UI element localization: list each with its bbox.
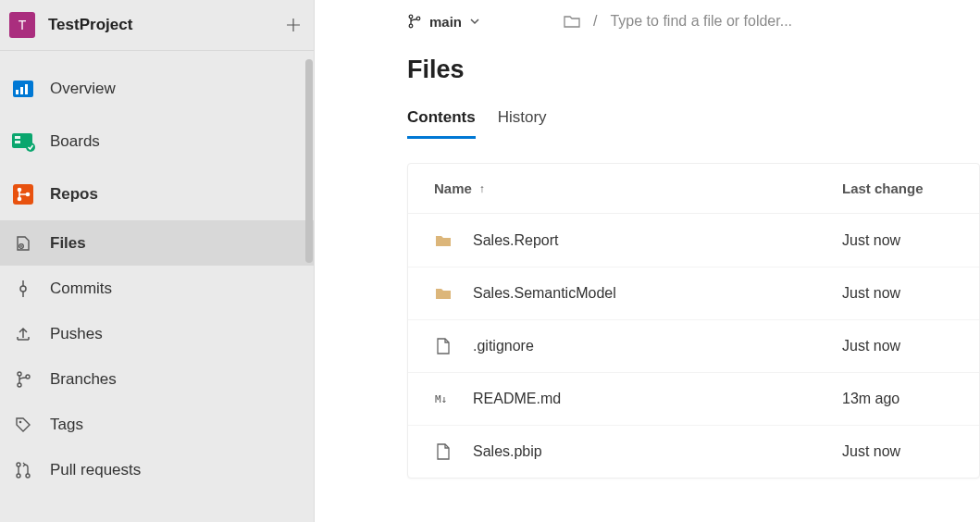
column-name-label: Name (434, 180, 472, 196)
svg-point-16 (18, 383, 21, 387)
main-content: main / Files Contents History Name ↑ Las… (315, 0, 980, 522)
last-change: 13m ago (842, 391, 953, 407)
svg-point-23 (409, 24, 413, 28)
branches-icon (13, 369, 33, 390)
svg-point-11 (26, 192, 31, 196)
nav-item-commits[interactable]: Commits (0, 266, 314, 311)
project-header: T TestProject (0, 0, 314, 51)
folder-icon (434, 284, 453, 303)
breadcrumb: / (564, 13, 887, 30)
nav-label: Pull requests (50, 461, 141, 479)
sidebar-scrollbar[interactable] (304, 52, 314, 522)
tab-contents[interactable]: Contents (407, 108, 476, 139)
nav-item-branches[interactable]: Branches (0, 356, 314, 402)
svg-point-14 (20, 286, 26, 292)
nav-item-files[interactable]: Files (0, 220, 314, 266)
path-search-input[interactable] (610, 13, 887, 30)
file-icon (434, 442, 453, 461)
pushes-icon (13, 324, 33, 344)
chevron-down-icon (469, 16, 480, 27)
svg-point-7 (26, 143, 35, 152)
table-row[interactable]: M↓README.md13m ago (408, 372, 979, 425)
table-row[interactable]: Sales.pbipJust now (408, 425, 979, 478)
topbar: main / (315, 0, 980, 30)
file-table: Name ↑ Last change Sales.ReportJust nowS… (407, 163, 980, 478)
project-name[interactable]: TestProject (48, 16, 282, 34)
nav-label: Commits (50, 280, 112, 298)
svg-rect-6 (15, 141, 20, 143)
last-change: Just now (842, 338, 953, 354)
branch-icon (407, 14, 422, 29)
sidebar: T TestProject Overview Boards Repos (0, 0, 315, 522)
file-name: Sales.Report (473, 232, 559, 249)
boards-icon (9, 128, 37, 155)
svg-point-24 (416, 17, 420, 20)
nav-label: Overview (50, 80, 116, 98)
repos-icon (9, 180, 37, 208)
svg-point-18 (19, 420, 22, 423)
sort-ascending-icon: ↑ (479, 182, 485, 195)
file-name: Sales.SemanticModel (473, 285, 616, 302)
svg-rect-5 (15, 136, 20, 139)
nav-label: Branches (50, 370, 117, 389)
nav-item-boards[interactable]: Boards (0, 115, 314, 168)
tabs: Contents History (407, 108, 980, 139)
column-name-header[interactable]: Name ↑ (434, 180, 842, 196)
last-change: Just now (842, 232, 953, 249)
svg-point-21 (26, 474, 30, 478)
nav-label: Boards (50, 132, 100, 151)
folder-icon (434, 231, 453, 250)
pull-requests-icon (13, 460, 33, 480)
file-name: Sales.pbip (473, 443, 542, 460)
table-row[interactable]: .gitignoreJust now (408, 319, 979, 372)
table-row[interactable]: Sales.ReportJust now (408, 214, 979, 267)
file-name: .gitignore (473, 338, 534, 354)
svg-point-9 (18, 187, 22, 192)
files-icon (13, 233, 33, 254)
nav-item-pull-requests[interactable]: Pull requests (0, 447, 314, 492)
svg-text:M↓: M↓ (435, 393, 447, 405)
commits-icon (13, 279, 33, 299)
breadcrumb-separator: / (593, 13, 597, 30)
nav-item-repos[interactable]: Repos (0, 168, 314, 220)
file-name: README.md (473, 391, 561, 407)
svg-rect-3 (25, 84, 28, 94)
branch-name: main (429, 14, 462, 30)
folder-root-icon[interactable] (564, 14, 580, 29)
overview-icon (9, 75, 37, 103)
page-title: Files (407, 56, 980, 84)
markdown-icon: M↓ (434, 390, 453, 408)
svg-point-15 (18, 372, 21, 376)
add-project-button[interactable] (282, 14, 304, 36)
nav-item-overview[interactable]: Overview (0, 62, 314, 115)
svg-rect-1 (16, 90, 19, 94)
svg-point-17 (26, 375, 30, 379)
svg-point-19 (17, 463, 20, 466)
tags-icon (13, 415, 33, 435)
table-header: Name ↑ Last change (408, 164, 979, 214)
nav-label: Tags (50, 416, 83, 434)
nav-item-tags[interactable]: Tags (0, 402, 314, 447)
nav-section: Overview Boards Repos Files Commits (0, 51, 314, 492)
file-icon (434, 337, 453, 355)
plus-icon (287, 19, 300, 31)
nav-label: Repos (50, 185, 98, 204)
branch-selector[interactable]: main (407, 14, 480, 30)
svg-rect-2 (20, 87, 23, 94)
nav-label: Files (50, 234, 86, 253)
nav-label: Pushes (50, 325, 103, 343)
scrollbar-thumb[interactable] (305, 59, 313, 263)
tab-history[interactable]: History (498, 108, 547, 139)
project-avatar[interactable]: T (9, 12, 35, 38)
svg-point-20 (17, 474, 20, 478)
table-row[interactable]: Sales.SemanticModelJust now (408, 267, 979, 319)
column-change-header[interactable]: Last change (842, 180, 953, 196)
last-change: Just now (842, 443, 953, 460)
last-change: Just now (842, 285, 953, 302)
nav-item-pushes[interactable]: Pushes (0, 311, 314, 356)
svg-point-10 (18, 196, 22, 201)
svg-point-13 (20, 245, 22, 247)
svg-point-22 (409, 15, 413, 19)
